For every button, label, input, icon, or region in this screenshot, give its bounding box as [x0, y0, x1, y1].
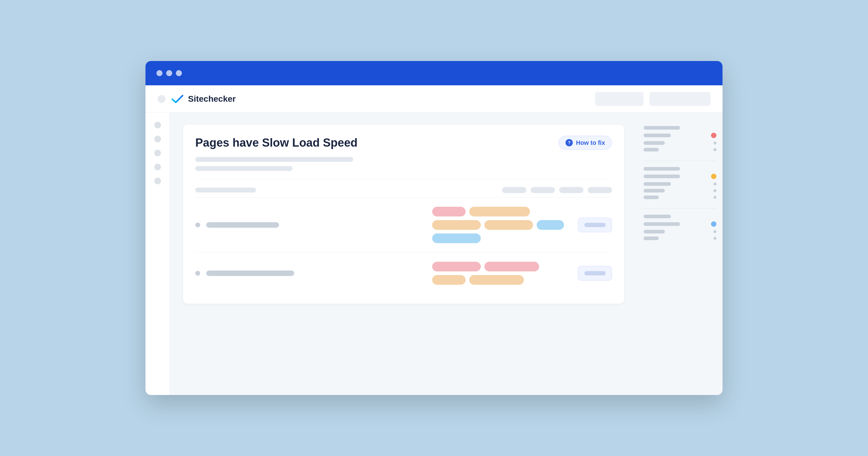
sidebar-item-1[interactable] — [154, 122, 161, 128]
rs-bar-8 — [644, 189, 665, 193]
rs-row-1-2 — [644, 133, 716, 138]
rs-bar-3 — [644, 141, 665, 145]
browser-titlebar — [146, 61, 722, 85]
row-url-1 — [206, 222, 279, 228]
browser-body: Sitechecker — [146, 85, 722, 395]
row-indicator-2 — [195, 271, 200, 276]
tag-7 — [432, 262, 481, 271]
rs-row-3-1 — [644, 215, 716, 218]
issue-header: Pages have Slow Load Speed ? How to fix — [195, 136, 612, 150]
rs-bar-12 — [644, 230, 665, 233]
rs-mini-dot-3 — [713, 183, 716, 186]
rs-bar-10 — [644, 215, 671, 218]
rs-mini-dot-4 — [713, 189, 716, 192]
right-sidebar — [638, 112, 722, 395]
nav-btn-secondary[interactable] — [650, 92, 710, 106]
rs-bar-13 — [644, 236, 659, 240]
main-content: Pages have Slow Load Speed ? How to fix — [170, 112, 638, 395]
tags-row-1-2 — [432, 220, 572, 230]
sidebar-item-3[interactable] — [154, 150, 161, 156]
issue-card: Pages have Slow Load Speed ? How to fix — [183, 125, 624, 303]
row-url-2 — [206, 270, 294, 276]
rs-dot-orange — [711, 174, 716, 179]
table-row-2 — [195, 253, 612, 294]
nav-btn-primary[interactable] — [595, 92, 644, 106]
col-header-pill-1 — [502, 187, 526, 193]
rs-row-1-4 — [644, 148, 716, 152]
content-panel: Pages have Slow Load Speed ? How to fix — [170, 112, 722, 395]
rs-mini-dot-1 — [713, 141, 716, 144]
action-btn-1[interactable] — [578, 218, 612, 232]
rs-row-2-1 — [644, 167, 716, 171]
rs-dot-red — [711, 133, 716, 138]
tag-8 — [485, 262, 539, 271]
desc-bar-1 — [195, 157, 353, 162]
table-row-1 — [195, 198, 612, 253]
tag-9 — [432, 275, 466, 285]
rs-row-2-3 — [644, 182, 716, 186]
table-header-pills — [502, 187, 612, 193]
tags-row-2-1 — [432, 262, 572, 271]
left-sidebar — [146, 112, 170, 395]
tags-area-1 — [432, 207, 572, 243]
browser-window: Sitechecker — [146, 61, 722, 395]
action-btn-2[interactable] — [578, 266, 612, 281]
rs-bar-11 — [644, 222, 680, 226]
rs-bar-6 — [644, 174, 680, 178]
how-to-fix-label: How to fix — [576, 139, 605, 146]
sidebar-item-4[interactable] — [154, 164, 161, 170]
main-area: Pages have Slow Load Speed ? How to fix — [146, 112, 722, 395]
rs-row-3-3 — [644, 230, 716, 233]
row-indicator-1 — [195, 223, 200, 227]
nav-bar: Sitechecker — [146, 85, 722, 112]
rs-row-2-4 — [644, 189, 716, 193]
tags-row-1-1 — [432, 207, 572, 217]
tag-1 — [432, 207, 466, 217]
rs-bar-2 — [644, 134, 671, 137]
traffic-dot-3 — [176, 70, 182, 76]
rs-bar-4 — [644, 148, 659, 152]
rs-mini-dot-7 — [713, 237, 716, 240]
tags-row-2-2 — [432, 275, 572, 285]
logo-icon — [171, 94, 184, 104]
help-icon: ? — [565, 139, 573, 146]
rs-mini-dot-6 — [713, 230, 716, 233]
logo-area: Sitechecker — [171, 94, 236, 104]
tag-5 — [537, 220, 564, 230]
rs-mini-dot-2 — [713, 148, 716, 151]
tag-6 — [432, 233, 481, 243]
nav-right — [595, 92, 710, 106]
col-header-pill-2 — [531, 187, 555, 193]
action-btn-bar-1 — [584, 223, 606, 227]
tag-3 — [432, 220, 481, 230]
rs-row-1-3 — [644, 141, 716, 145]
col-header-pill-3 — [559, 187, 583, 193]
nav-left: Sitechecker — [158, 94, 236, 104]
issue-title: Pages have Slow Load Speed — [195, 136, 358, 150]
tag-4 — [485, 220, 533, 230]
rs-bar-9 — [644, 196, 659, 199]
rs-bar-5 — [644, 167, 680, 171]
rs-row-2-5 — [644, 196, 716, 199]
rs-row-1-1 — [644, 126, 716, 130]
rs-dot-blue — [711, 221, 716, 227]
divider-1 — [195, 179, 612, 179]
nav-circle — [158, 95, 165, 103]
rs-mini-dot-5 — [713, 196, 716, 199]
sidebar-item-2[interactable] — [154, 136, 161, 142]
tag-10 — [469, 275, 524, 285]
traffic-dot-2 — [166, 70, 172, 76]
table-header-row — [195, 187, 612, 198]
right-sidebar-section-2 — [644, 161, 716, 208]
rs-row-2-2 — [644, 174, 716, 179]
logo-text: Sitechecker — [188, 94, 236, 104]
action-btn-bar-2 — [584, 271, 606, 275]
rs-row-3-2 — [644, 221, 716, 227]
sidebar-item-5[interactable] — [154, 177, 161, 184]
tag-2 — [469, 207, 530, 217]
right-sidebar-section-1 — [644, 120, 716, 161]
tags-row-1-3 — [432, 233, 572, 243]
table-col-header-1 — [195, 188, 256, 193]
right-sidebar-section-3 — [644, 208, 716, 249]
how-to-fix-button[interactable]: ? How to fix — [559, 136, 612, 150]
